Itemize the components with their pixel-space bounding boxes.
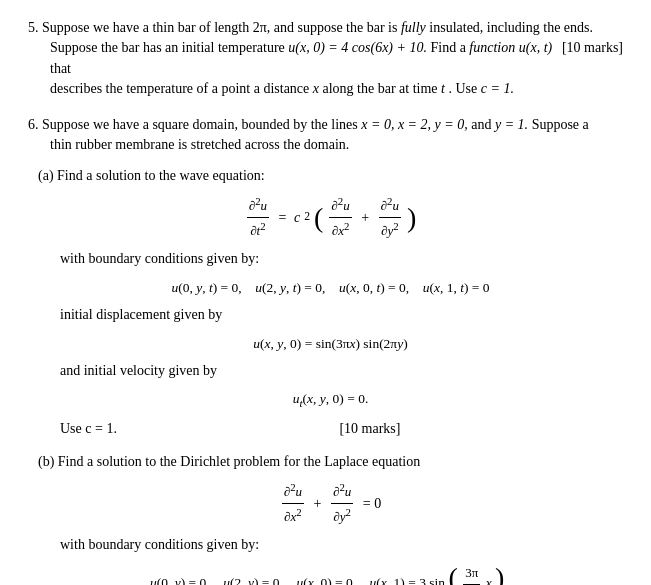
with-bc-label-b: with boundary conditions given by:	[60, 535, 623, 555]
problem-5-marks: [10 marks]	[562, 38, 623, 58]
problem-5-text: 5. Suppose we have a thin bar of length …	[28, 18, 623, 38]
problem-6a: (a) Find a solution to the wave equation…	[38, 166, 623, 440]
wave-equation: ∂2u ∂t2 = c2 ( ∂2u ∂x2 + ∂2u ∂y2 )	[38, 194, 623, 241]
problem-6b: (b) Find a solution to the Dirichlet pro…	[38, 452, 623, 585]
with-bc-label-a: with boundary conditions given by:	[60, 249, 623, 269]
laplace-equation: ∂2u ∂x2 + ∂2u ∂y2 = 0	[38, 480, 623, 527]
initial-disp-eq: u(x, y, 0) = sin(3πx) sin(2πy)	[38, 334, 623, 354]
initial-vel-eq: ut(x, y, 0) = 0.	[38, 389, 623, 411]
part-a-marks: [10 marks]	[339, 419, 400, 439]
boundary-conditions-b: u(0, y) = 0, u(2, y) = 0, u(x, 0) = 0, u…	[38, 564, 623, 585]
boundary-conditions-a: u(0, y, t) = 0, u(2, y, t) = 0, u(x, 0, …	[38, 278, 623, 298]
part-b-label: (b) Find a solution to the Dirichlet pro…	[38, 452, 623, 472]
use-c-label: Use c = 1.	[60, 419, 117, 439]
problem-5-number: 5.	[28, 20, 39, 35]
part-a-label: (a) Find a solution to the wave equation…	[38, 166, 623, 186]
problem-5: 5. Suppose we have a thin bar of length …	[28, 18, 623, 99]
problem-6-number: 6.	[28, 117, 39, 132]
initial-vel-label: and initial velocity given by	[60, 361, 623, 381]
initial-disp-label: initial displacement given by	[60, 305, 623, 325]
problem-6: 6. Suppose we have a square domain, boun…	[28, 115, 623, 585]
